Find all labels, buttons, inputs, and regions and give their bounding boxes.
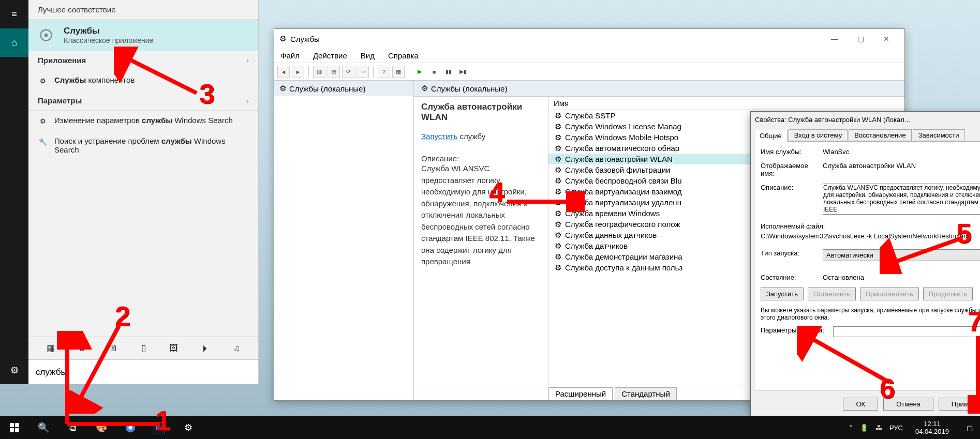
service-name: Служба времени Windows	[565, 209, 660, 218]
close-button[interactable]: ✕	[873, 29, 899, 49]
menu-view[interactable]: Вид	[361, 51, 375, 60]
filter-music-icon[interactable]: ♫	[234, 343, 241, 354]
search-panel: Лучшее соответствие Службы Классическое …	[28, 0, 259, 384]
gear-icon: ⚙	[554, 155, 562, 163]
start-button[interactable]	[0, 416, 29, 439]
detail-title: Служба автонастройки WLAN	[421, 102, 541, 123]
lang-indicator[interactable]: РУС	[889, 424, 903, 432]
gear-icon: ⚙	[554, 144, 562, 153]
clock[interactable]: 12:11 04.04.2019	[910, 420, 954, 435]
filter-apps-icon[interactable]: ▦	[47, 343, 55, 354]
search-item-components[interactable]: ⚙ Службы компонентов	[28, 70, 258, 91]
tb-refresh-icon[interactable]: ⟳	[342, 66, 354, 78]
chevron-right-icon: ›	[246, 56, 249, 65]
top-result-subtitle: Классическое приложение	[64, 36, 153, 44]
gear-icon: ⚙	[554, 199, 562, 207]
taskbar: 🔍 ⧉ 🎨 Ps ⚙ ˄ 🔋 🖧 РУС 12:11 04.04.2019 ▢	[0, 416, 980, 439]
search-input[interactable]	[36, 367, 251, 377]
tb-pause-icon[interactable]: ▮▮	[442, 66, 455, 78]
tb-export-icon[interactable]: ⇨	[357, 66, 369, 78]
minimize-button[interactable]: —	[822, 29, 848, 49]
gear-icon: ⚙	[554, 112, 562, 120]
gear-icon: ⚙	[554, 220, 562, 229]
home-icon[interactable]: ⌂	[0, 28, 28, 57]
annotation-5: 5	[956, 217, 972, 249]
exe-label: Исполняемый файл:	[761, 222, 980, 230]
params-label: Параметры запуска:	[761, 326, 833, 337]
tb-fwd-icon[interactable]: ►	[292, 66, 304, 78]
tb-stop-icon[interactable]: ■	[428, 66, 440, 78]
service-name: Служба автонастройки WLAN	[565, 155, 673, 163]
gear-icon: ⚙	[554, 188, 562, 196]
tab-logon[interactable]: Вход в систему	[789, 129, 848, 141]
apps-section-header[interactable]: Приложения ›	[28, 51, 258, 70]
menu-bar: Файл Действие Вид Справка	[274, 49, 904, 63]
params-input[interactable]	[833, 326, 980, 337]
tab-dependencies[interactable]: Зависимости	[913, 129, 965, 141]
menu-icon[interactable]: ≡	[0, 0, 28, 28]
service-name: Служба виртуализации взаимод	[565, 187, 682, 196]
menu-file[interactable]: Файл	[280, 51, 300, 60]
search-icon[interactable]: 🔍	[29, 416, 58, 439]
search-item-param2[interactable]: 🔧 Поиск и устранение проблем службы Wind…	[28, 131, 258, 159]
tb-grid-icon[interactable]: ▦	[392, 66, 405, 78]
props-titlebar[interactable]: Свойства: Служба автонастройки WLAN (Лок…	[751, 112, 980, 127]
desc-textarea[interactable]: Служба WLANSVC предоставляет логику, нео…	[823, 184, 980, 215]
disp-name-value: Служба автонастройки WLAN	[823, 162, 980, 177]
tab-standard[interactable]: Стандартный	[615, 387, 677, 400]
filter-photos-icon[interactable]: 🖼	[169, 343, 178, 354]
tb-play-icon[interactable]: ▶	[413, 66, 426, 78]
search-input-wrapper[interactable]	[28, 359, 258, 384]
params-section-header[interactable]: Параметры ›	[28, 91, 258, 111]
maximize-button[interactable]: ▢	[848, 29, 873, 49]
service-name: Служба демонстрации магазина	[565, 252, 682, 261]
apply-button[interactable]: Применить	[939, 398, 980, 411]
network-icon[interactable]: 🖧	[875, 424, 882, 432]
filter-settings-icon[interactable]: ⚙	[78, 343, 86, 354]
filter-docs-icon[interactable]: 🗎	[109, 343, 118, 354]
taskview-icon[interactable]: ⧉	[58, 416, 87, 439]
search-item-param1[interactable]: ⚙ Изменение параметров службы Windows Se…	[28, 111, 258, 131]
window-titlebar[interactable]: ⚙ Службы — ▢ ✕	[274, 29, 904, 49]
tb-props-icon[interactable]: ▤	[328, 66, 340, 78]
settings-icon[interactable]: ⚙	[0, 356, 28, 384]
search-best-match-header: Лучшее соответствие	[28, 0, 258, 20]
settings-icon: ⚙	[38, 116, 48, 126]
search-top-result[interactable]: Службы Классическое приложение	[28, 20, 258, 51]
tray: ˄ 🔋 🖧 РУС 12:11 04.04.2019 ▢	[849, 420, 980, 435]
tab-general[interactable]: Общие	[754, 130, 788, 142]
menu-help[interactable]: Справка	[388, 51, 419, 60]
tray-chevron-icon[interactable]: ˄	[849, 424, 853, 432]
detail-action: Запустить службу	[421, 132, 541, 141]
filter-phone-icon[interactable]: ▯	[141, 343, 146, 354]
resume-button: Продолжить	[923, 287, 973, 300]
svc-name-value: WlanSvc	[823, 148, 980, 156]
annotation-2: 2	[115, 300, 130, 332]
start-button[interactable]: Запустить	[761, 287, 804, 300]
services-gear-icon	[38, 27, 54, 43]
tb-panes-icon[interactable]: ▥	[313, 66, 325, 78]
column-name-header[interactable]: Имя	[548, 97, 904, 110]
service-name: Служба беспроводной связи Blu	[565, 176, 682, 185]
tb-restart-icon[interactable]: ▶▮	[457, 66, 469, 78]
start-link[interactable]: Запустить	[421, 132, 457, 141]
chrome-icon[interactable]	[116, 416, 145, 439]
tab-recovery[interactable]: Восстановление	[849, 129, 911, 141]
ok-button[interactable]: ОК	[843, 398, 878, 411]
services-tb-icon[interactable]: ⚙	[174, 416, 203, 439]
exe-value: C:\Windows\system32\svchost.exe -k Local…	[761, 232, 980, 240]
component-icon: ⚙	[38, 75, 48, 86]
tab-extended[interactable]: Расширенный	[548, 387, 613, 400]
filter-video-icon[interactable]: ⏵	[201, 343, 210, 354]
service-name: Служба Windows License Manag	[565, 122, 681, 131]
paint-icon[interactable]: 🎨	[87, 416, 116, 439]
menu-action[interactable]: Действие	[313, 51, 347, 60]
startup-select[interactable]: Автоматически	[823, 249, 980, 261]
battery-icon[interactable]: 🔋	[860, 424, 868, 432]
tree-root[interactable]: ⚙ Службы (локальные)	[274, 81, 413, 96]
svg-rect-5	[15, 428, 19, 432]
tb-help-icon[interactable]: ?	[378, 66, 390, 78]
gear-icon: ⚙	[421, 84, 428, 93]
tb-back-icon[interactable]: ◄	[277, 66, 290, 78]
notifications-icon[interactable]: ▢	[961, 424, 978, 432]
